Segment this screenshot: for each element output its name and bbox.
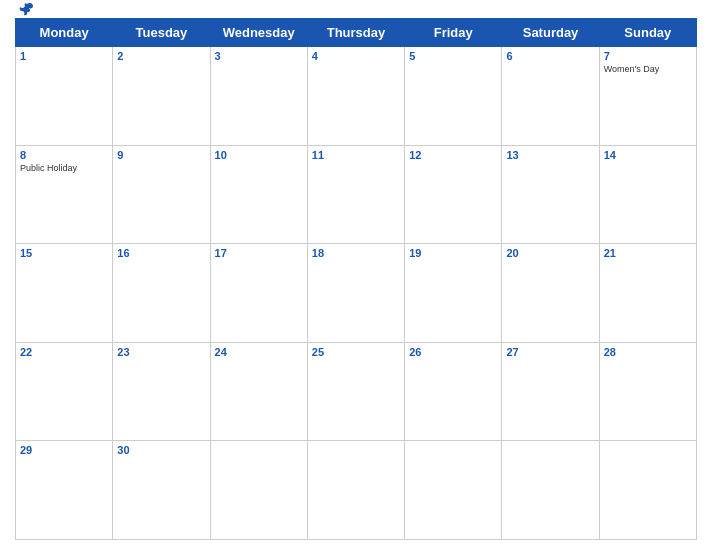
day-number: 25 (312, 346, 400, 358)
calendar-cell: 15 (16, 244, 113, 343)
calendar-cell: 10 (210, 145, 307, 244)
calendar-cell (307, 441, 404, 540)
calendar-cell (210, 441, 307, 540)
logo-bird-icon (17, 1, 35, 19)
day-number: 28 (604, 346, 692, 358)
day-number: 8 (20, 149, 108, 161)
calendar-cell: 8Public Holiday (16, 145, 113, 244)
calendar-cell: 14 (599, 145, 696, 244)
calendar-cell: 29 (16, 441, 113, 540)
day-number: 4 (312, 50, 400, 62)
day-number: 20 (506, 247, 594, 259)
calendar-container: MondayTuesdayWednesdayThursdayFridaySatu… (0, 0, 712, 550)
calendar-cell: 24 (210, 342, 307, 441)
week-row-2: 8Public Holiday91011121314 (16, 145, 697, 244)
day-number: 15 (20, 247, 108, 259)
calendar-cell: 7Women's Day (599, 47, 696, 146)
day-number: 2 (117, 50, 205, 62)
calendar-cell: 25 (307, 342, 404, 441)
day-number: 26 (409, 346, 497, 358)
weekday-saturday: Saturday (502, 19, 599, 47)
day-number: 19 (409, 247, 497, 259)
day-number: 6 (506, 50, 594, 62)
calendar-cell: 26 (405, 342, 502, 441)
day-number: 13 (506, 149, 594, 161)
day-number: 11 (312, 149, 400, 161)
day-number: 3 (215, 50, 303, 62)
day-number: 17 (215, 247, 303, 259)
day-number: 10 (215, 149, 303, 161)
calendar-cell: 30 (113, 441, 210, 540)
calendar-cell: 5 (405, 47, 502, 146)
calendar-cell: 4 (307, 47, 404, 146)
day-number: 18 (312, 247, 400, 259)
week-row-1: 1234567Women's Day (16, 47, 697, 146)
calendar-cell: 28 (599, 342, 696, 441)
weekday-friday: Friday (405, 19, 502, 47)
holiday-label: Women's Day (604, 64, 692, 74)
day-number: 22 (20, 346, 108, 358)
calendar-cell: 21 (599, 244, 696, 343)
week-row-4: 22232425262728 (16, 342, 697, 441)
calendar-cell: 2 (113, 47, 210, 146)
day-number: 16 (117, 247, 205, 259)
day-number: 23 (117, 346, 205, 358)
calendar-cell: 1 (16, 47, 113, 146)
calendar-cell: 20 (502, 244, 599, 343)
calendar-cell: 18 (307, 244, 404, 343)
day-number: 9 (117, 149, 205, 161)
weekday-thursday: Thursday (307, 19, 404, 47)
day-number: 12 (409, 149, 497, 161)
calendar-cell: 6 (502, 47, 599, 146)
logo (15, 1, 35, 19)
calendar-cell (405, 441, 502, 540)
day-number: 24 (215, 346, 303, 358)
weekday-sunday: Sunday (599, 19, 696, 47)
week-row-3: 15161718192021 (16, 244, 697, 343)
weekday-wednesday: Wednesday (210, 19, 307, 47)
calendar-table: MondayTuesdayWednesdayThursdayFridaySatu… (15, 18, 697, 540)
calendar-cell: 17 (210, 244, 307, 343)
calendar-cell: 12 (405, 145, 502, 244)
calendar-cell: 19 (405, 244, 502, 343)
calendar-cell: 9 (113, 145, 210, 244)
week-row-5: 2930 (16, 441, 697, 540)
day-number: 30 (117, 444, 205, 456)
day-number: 7 (604, 50, 692, 62)
day-number: 1 (20, 50, 108, 62)
calendar-cell: 16 (113, 244, 210, 343)
calendar-cell (502, 441, 599, 540)
day-number: 21 (604, 247, 692, 259)
calendar-cell: 23 (113, 342, 210, 441)
weekday-monday: Monday (16, 19, 113, 47)
day-number: 27 (506, 346, 594, 358)
weekday-tuesday: Tuesday (113, 19, 210, 47)
calendar-cell (599, 441, 696, 540)
holiday-label: Public Holiday (20, 163, 108, 173)
calendar-cell: 13 (502, 145, 599, 244)
day-number: 5 (409, 50, 497, 62)
day-number: 29 (20, 444, 108, 456)
day-number: 14 (604, 149, 692, 161)
calendar-cell: 11 (307, 145, 404, 244)
calendar-cell: 22 (16, 342, 113, 441)
weekday-header-row: MondayTuesdayWednesdayThursdayFridaySatu… (16, 19, 697, 47)
calendar-cell: 27 (502, 342, 599, 441)
calendar-cell: 3 (210, 47, 307, 146)
